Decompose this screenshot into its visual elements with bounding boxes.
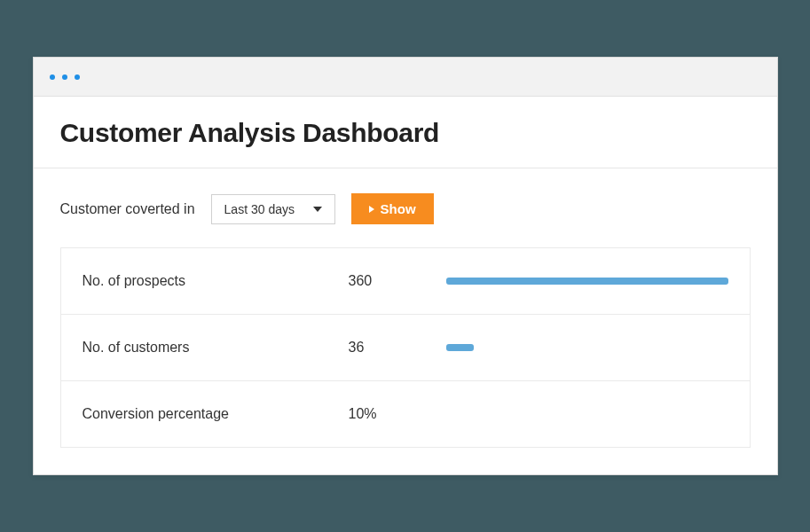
bar-cell (446, 278, 728, 285)
titlebar (34, 58, 777, 97)
metric-value: 10% (349, 406, 446, 422)
window-dot-icon (50, 74, 55, 80)
window-controls (50, 74, 80, 80)
window-dot-icon (75, 74, 80, 80)
filter-row: Customer coverted in Last 30 days Show (34, 168, 777, 247)
metric-value: 360 (349, 273, 446, 289)
window-dot-icon (62, 74, 67, 80)
table-row: No. of customers 36 (61, 315, 750, 381)
bar (446, 344, 475, 351)
app-window: Customer Analysis Dashboard Customer cov… (33, 57, 778, 475)
header: Customer Analysis Dashboard (34, 97, 777, 168)
metric-label: Conversion percentage (83, 406, 349, 422)
metric-label: No. of customers (83, 340, 349, 356)
date-range-value: Last 30 days (224, 202, 295, 216)
table-row: No. of prospects 360 (61, 248, 750, 315)
bar (446, 278, 728, 285)
table-row: Conversion percentage 10% (61, 381, 750, 447)
date-range-select[interactable]: Last 30 days (211, 194, 335, 224)
bar-cell (446, 344, 728, 351)
chevron-down-icon (313, 207, 322, 212)
metrics-table: No. of prospects 360 No. of customers 36… (60, 247, 751, 448)
play-icon (369, 206, 374, 213)
metric-label: No. of prospects (83, 273, 349, 289)
metric-value: 36 (349, 340, 446, 356)
filter-label: Customer coverted in (60, 201, 195, 217)
show-button[interactable]: Show (351, 193, 434, 224)
page-title: Customer Analysis Dashboard (60, 118, 751, 148)
show-button-label: Show (381, 201, 416, 216)
